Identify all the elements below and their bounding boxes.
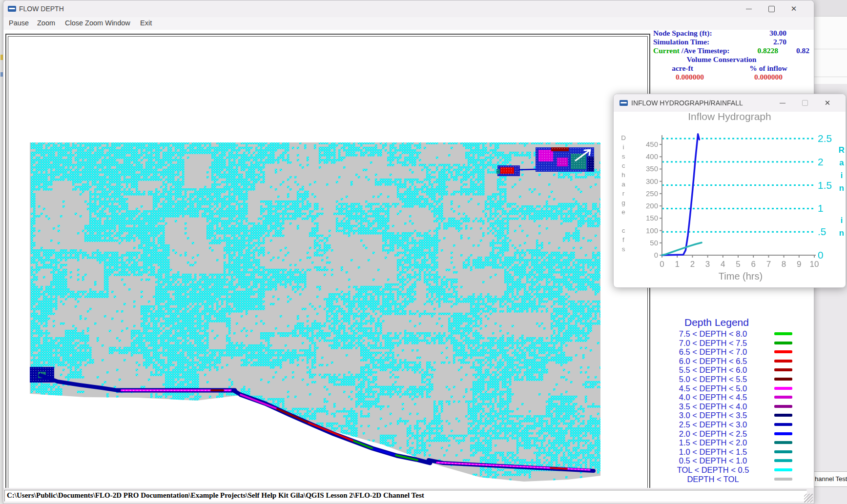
legend-swatch [774, 350, 792, 353]
legend-label: 6.5 < DEPTH < 7.0 [656, 347, 770, 357]
current-timestep-value: 0.8228 [709, 46, 778, 55]
legend-swatch [774, 360, 792, 363]
svg-text:450: 450 [646, 140, 658, 148]
maximize-button[interactable] [760, 0, 783, 17]
legend-row: DEPTH < TOL [656, 475, 802, 484]
legend-row: 0.5 < DEPTH < 1.0 [656, 456, 802, 465]
legend-row: 3.5 < DEPTH < 4.0 [656, 402, 802, 411]
map-frame-inner [8, 36, 648, 488]
svg-text:2: 2 [818, 156, 824, 167]
hydrograph-titlebar[interactable]: INFLOW HYDROGRAPH/RAINFALL ✕ [614, 94, 846, 112]
legend-label: 5.0 < DEPTH < 5.5 [656, 375, 770, 384]
svg-text:350: 350 [646, 164, 658, 173]
svg-text:.5: .5 [818, 226, 826, 237]
legend-label: 4.0 < DEPTH < 4.5 [656, 393, 770, 402]
menu-bar: PauseZoomClose Zoom WindowExit [3, 17, 814, 30]
row-divider [814, 49, 847, 49]
node-spacing-value: 30.00 [719, 29, 786, 38]
hydrograph-window-title: INFLOW HYDROGRAPH/RAINFALL [631, 99, 743, 107]
chart-title: Inflow Hydrograph [614, 111, 846, 122]
ave-timestep-value: 0.82 [783, 46, 809, 55]
legend-swatch [774, 342, 792, 344]
flo2d-app-icon [620, 100, 628, 106]
svg-text:8: 8 [782, 260, 786, 269]
svg-text:4: 4 [721, 260, 725, 269]
maximize-button[interactable] [794, 95, 816, 111]
menu-item-pause[interactable]: Pause [7, 17, 31, 30]
menu-item-exit[interactable]: Exit [138, 17, 154, 30]
background-app-rows [814, 17, 847, 84]
legend-row: 3.0 < DEPTH < 3.5 [656, 411, 802, 420]
legend-swatch [774, 441, 792, 444]
project-path-field: C:\Users\Public\Documents\FLO-2D PRO Doc… [4, 490, 807, 502]
legend-label: 1.0 < DEPTH < 1.5 [656, 447, 770, 457]
close-button[interactable]: ✕ [816, 95, 839, 111]
legend-label: 5.5 < DEPTH < 6.0 [656, 365, 770, 375]
svg-text:400: 400 [646, 152, 658, 161]
legend-swatch [774, 378, 792, 381]
status-bar: C:\Users\Public\Documents\FLO-2D PRO Doc… [3, 488, 814, 504]
legend-row: 4.5 < DEPTH < 5.0 [656, 384, 802, 393]
svg-text:100: 100 [646, 226, 658, 235]
close-icon: ✕ [825, 99, 831, 107]
close-button[interactable]: ✕ [783, 0, 805, 17]
window-controls: ✕ [771, 95, 839, 111]
legend-label: 6.0 < DEPTH < 6.5 [656, 357, 770, 366]
minimize-icon [746, 9, 752, 9]
legend-row: 6.5 < DEPTH < 7.0 [656, 347, 802, 356]
background-app-titlebar [814, 0, 847, 17]
time-axis-label: Time (hrs) [692, 271, 789, 282]
svg-text:150: 150 [646, 214, 658, 222]
depth-legend-title: Depth Legend [656, 317, 778, 328]
svg-text:10: 10 [810, 260, 819, 269]
background-app-text: hannel Test [814, 471, 847, 487]
flow-depth-titlebar[interactable]: FLOW DEPTH ✕ [3, 0, 814, 17]
legend-row: 7.0 < DEPTH < 7.5 [656, 339, 802, 347]
svg-text:300: 300 [646, 177, 658, 185]
svg-text:1: 1 [818, 202, 824, 214]
legend-swatch [774, 478, 792, 481]
svg-text:200: 200 [646, 202, 658, 210]
svg-text:9: 9 [797, 260, 801, 269]
flo2d-app-icon [8, 6, 16, 12]
inflow-hydrograph-window: INFLOW HYDROGRAPH/RAINFALL ✕ Inflow Hydr… [613, 94, 846, 288]
svg-text:3: 3 [705, 260, 710, 269]
svg-text:0: 0 [654, 251, 658, 259]
legend-swatch [774, 332, 792, 335]
svg-text:5: 5 [736, 260, 740, 269]
legend-label: 4.5 < DEPTH < 5.0 [656, 384, 770, 393]
legend-row: 6.0 < DEPTH < 6.5 [656, 357, 802, 365]
legend-swatch [774, 459, 792, 462]
menu-item-zoom[interactable]: Zoom [35, 17, 57, 30]
simulation-time-value: 2.70 [719, 38, 786, 46]
node-spacing-label: Node Spacing (ft): [653, 29, 712, 38]
menu-item-close-zoom-window[interactable]: Close Zoom Window [63, 17, 132, 30]
svg-text:2.5: 2.5 [818, 133, 832, 144]
acre-ft-header: acre-ft [658, 64, 707, 73]
legend-row: 5.5 < DEPTH < 6.0 [656, 365, 802, 374]
legend-swatch [774, 368, 792, 371]
minimize-icon [780, 103, 785, 103]
legend-label: DEPTH < TOL [656, 475, 770, 484]
flood-depth-map-canvas[interactable] [11, 40, 647, 488]
simulation-info-panel: Node Spacing (ft): 30.00 Simulation Time… [650, 29, 815, 87]
resize-grip[interactable] [804, 494, 813, 503]
legend-label: TOL < DEPTH < 0.5 [656, 465, 770, 475]
simulation-time-label: Simulation Time: [653, 38, 709, 46]
svg-text:1: 1 [675, 260, 679, 269]
window-title: FLOW DEPTH [19, 5, 64, 13]
inflow-hydrograph-chart: 0501001502002503003504004500.511.522.501… [614, 121, 847, 287]
legend-row: 5.0 < DEPTH < 5.5 [656, 375, 802, 383]
legend-label: 7.5 < DEPTH < 8.0 [656, 329, 770, 339]
pct-inflow-value: 0.000000 [739, 73, 798, 81]
legend-label: 2.5 < DEPTH < 3.0 [656, 420, 770, 429]
legend-swatch [774, 450, 792, 453]
legend-swatch [774, 396, 792, 399]
legend-label: 3.5 < DEPTH < 4.0 [656, 402, 770, 411]
legend-label: 0.5 < DEPTH < 1.0 [656, 456, 770, 465]
legend-row: 1.5 < DEPTH < 2.0 [656, 438, 802, 447]
minimize-button[interactable] [771, 95, 794, 111]
minimize-button[interactable] [738, 0, 760, 17]
legend-swatch [774, 432, 792, 435]
legend-swatch [774, 414, 792, 417]
